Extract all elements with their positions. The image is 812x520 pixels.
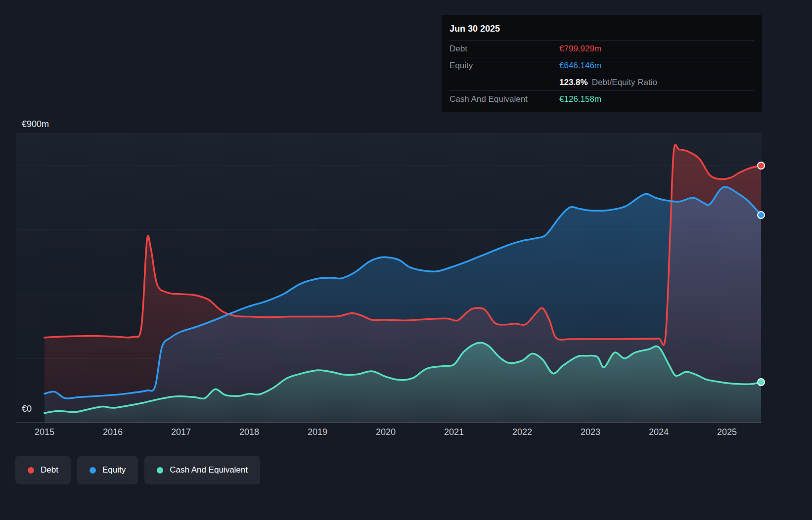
chart-tooltip: Jun 30 2025 Debt €799.929m Equity €646.1… [442, 15, 762, 112]
x-tick-label-2024: 2024 [649, 427, 669, 437]
tooltip-row-equity: Equity €646.146m [450, 57, 754, 74]
tooltip-row-ratio: 123.8%Debt/Equity Ratio [450, 74, 754, 90]
legend-debt-label: Debt [41, 465, 58, 475]
legend-item-debt[interactable]: Debt [15, 456, 71, 484]
x-tick-label-2020: 2020 [376, 427, 396, 437]
tooltip-equity-value: €646.146m [559, 61, 601, 71]
tooltip-ratio-value: 123.8% [559, 78, 588, 87]
cash-color-dot [157, 467, 163, 474]
x-tick-label-2016: 2016 [103, 427, 123, 437]
cash-and-equivalent-endpoint-marker[interactable] [758, 379, 765, 386]
tooltip-row-cash: Cash And Equivalent €126.158m [450, 90, 754, 107]
x-tick-label-2017: 2017 [171, 427, 191, 437]
tooltip-row-debt: Debt €799.929m [450, 40, 754, 57]
debt-color-dot [28, 467, 34, 474]
legend-item-cash[interactable]: Cash And Equivalent [144, 456, 260, 484]
chart-legend: Debt Equity Cash And Equivalent [15, 456, 260, 484]
legend-equity-label: Equity [102, 465, 126, 475]
x-tick-label-2021: 2021 [444, 427, 464, 437]
x-tick-label-2025: 2025 [717, 427, 737, 437]
legend-cash-label: Cash And Equivalent [170, 465, 248, 475]
x-tick-label-2022: 2022 [512, 427, 532, 437]
tooltip-ratio-label: Debt/Equity Ratio [592, 78, 657, 87]
x-tick-label-2018: 2018 [239, 427, 259, 437]
x-tick-label-2015: 2015 [35, 427, 54, 437]
debt-equity-chart-page: 2015201620172018201920202021202220232024… [0, 0, 812, 520]
tooltip-cash-value: €126.158m [559, 94, 601, 104]
x-tick-label-2023: 2023 [581, 427, 600, 437]
equity-endpoint-marker[interactable] [758, 212, 765, 218]
x-tick-label-2019: 2019 [308, 427, 327, 437]
tooltip-cash-label: Cash And Equivalent [450, 94, 559, 104]
tooltip-date: Jun 30 2025 [450, 19, 754, 40]
tooltip-debt-value: €799.929m [559, 44, 601, 54]
equity-color-dot [90, 467, 96, 474]
y-axis-label-zero: €0 [22, 404, 32, 414]
debt-endpoint-marker[interactable] [758, 162, 765, 169]
y-axis-label-top: €900m [22, 119, 49, 129]
legend-item-equity[interactable]: Equity [77, 456, 138, 484]
tooltip-debt-label: Debt [450, 44, 559, 54]
tooltip-equity-label: Equity [450, 61, 559, 71]
